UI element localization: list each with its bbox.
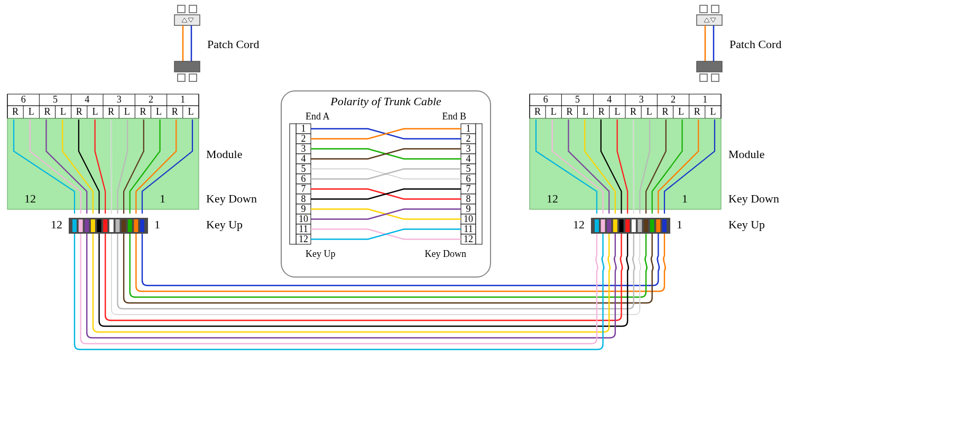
svg-text:R: R xyxy=(140,106,146,117)
patch-cord: Patch Cord xyxy=(174,5,259,81)
svg-rect-107 xyxy=(625,219,630,232)
svg-text:1: 1 xyxy=(301,123,306,134)
svg-text:End A: End A xyxy=(306,111,330,122)
svg-text:3: 3 xyxy=(466,143,471,154)
module-header: 6RL5RL4RL3RL2RL1RL xyxy=(7,94,199,118)
svg-text:4: 4 xyxy=(85,94,89,105)
svg-text:8: 8 xyxy=(301,193,306,204)
patch-cord-label: Patch Cord xyxy=(207,38,259,51)
module-body xyxy=(530,118,721,209)
key-up-label: Key Up xyxy=(728,218,765,231)
mtp-connector xyxy=(591,218,670,234)
svg-text:9: 9 xyxy=(301,204,306,214)
svg-text:L: L xyxy=(614,106,620,117)
svg-text:10: 10 xyxy=(299,214,308,224)
svg-text:1: 1 xyxy=(677,218,682,231)
svg-text:7: 7 xyxy=(301,183,306,194)
svg-rect-59 xyxy=(711,5,719,13)
svg-text:R: R xyxy=(598,106,605,117)
svg-text:12: 12 xyxy=(299,234,308,244)
svg-rect-111 xyxy=(650,219,654,232)
module-body xyxy=(7,118,199,209)
svg-rect-109 xyxy=(637,219,642,232)
svg-text:R: R xyxy=(694,106,700,117)
svg-rect-51 xyxy=(115,219,119,232)
svg-rect-54 xyxy=(134,219,138,232)
module-label: Module xyxy=(206,148,242,161)
svg-rect-105 xyxy=(613,219,617,232)
trunk-title: Polarity of Trunk Cable xyxy=(330,95,441,108)
svg-text:12: 12 xyxy=(547,192,558,205)
svg-text:2: 2 xyxy=(301,133,306,144)
svg-text:Key Down: Key Down xyxy=(425,248,467,259)
svg-text:5: 5 xyxy=(301,163,306,174)
mtp-connector xyxy=(69,218,148,234)
svg-rect-113 xyxy=(662,219,667,232)
svg-text:R: R xyxy=(12,106,19,117)
svg-text:6: 6 xyxy=(301,173,306,184)
svg-rect-104 xyxy=(607,219,611,232)
svg-text:L: L xyxy=(646,106,652,117)
svg-rect-47 xyxy=(91,219,95,232)
svg-rect-7 xyxy=(189,74,197,81)
svg-text:2: 2 xyxy=(149,94,153,105)
svg-rect-102 xyxy=(595,219,599,232)
svg-text:11: 11 xyxy=(299,224,308,234)
svg-text:2: 2 xyxy=(466,133,471,144)
key-up-label: Key Up xyxy=(206,218,243,231)
svg-text:5: 5 xyxy=(575,94,580,105)
svg-text:R: R xyxy=(108,106,114,117)
svg-text:L: L xyxy=(124,106,130,117)
module-header: 6RL5RL4RL3RL2RL1RL xyxy=(530,94,721,118)
module-label: Module xyxy=(728,148,764,161)
svg-text:12: 12 xyxy=(464,234,473,244)
svg-rect-2 xyxy=(174,15,200,25)
svg-text:6: 6 xyxy=(21,94,26,105)
svg-text:5: 5 xyxy=(466,163,471,174)
svg-text:1: 1 xyxy=(160,192,165,205)
svg-text:12: 12 xyxy=(573,218,585,231)
svg-text:3: 3 xyxy=(117,94,122,105)
svg-rect-103 xyxy=(601,219,605,232)
svg-rect-167 xyxy=(290,124,296,244)
svg-text:L: L xyxy=(583,106,588,117)
svg-text:R: R xyxy=(630,106,636,117)
svg-text:6: 6 xyxy=(543,94,548,105)
svg-text:R: R xyxy=(76,106,82,117)
svg-rect-50 xyxy=(109,219,114,232)
svg-rect-108 xyxy=(632,219,636,232)
svg-rect-6 xyxy=(178,74,185,81)
svg-text:R: R xyxy=(566,106,572,117)
svg-text:1: 1 xyxy=(682,192,688,205)
svg-text:5: 5 xyxy=(53,94,58,105)
svg-text:R: R xyxy=(534,106,541,117)
svg-text:1: 1 xyxy=(702,94,707,105)
svg-text:12: 12 xyxy=(51,218,62,231)
svg-rect-49 xyxy=(103,219,107,232)
svg-text:1: 1 xyxy=(466,123,471,134)
patch-cord-label: Patch Cord xyxy=(729,38,781,51)
svg-text:8: 8 xyxy=(466,193,471,204)
svg-text:12: 12 xyxy=(24,192,36,205)
svg-rect-58 xyxy=(700,5,707,13)
svg-rect-65 xyxy=(711,74,719,81)
svg-rect-60 xyxy=(697,15,722,25)
svg-text:1: 1 xyxy=(154,218,160,231)
svg-rect-110 xyxy=(644,219,648,232)
svg-text:R: R xyxy=(44,106,50,117)
svg-text:1: 1 xyxy=(180,94,185,105)
svg-rect-48 xyxy=(97,219,101,232)
key-down-label: Key Down xyxy=(206,192,257,205)
svg-rect-0 xyxy=(178,5,185,13)
svg-text:R: R xyxy=(662,106,668,117)
svg-text:L: L xyxy=(710,106,716,117)
diagram-root: Patch Cord6RL5RL4RL3RL2RL1RLModule121Key… xyxy=(0,0,980,424)
patch-cord: Patch Cord xyxy=(697,5,781,81)
svg-text:L: L xyxy=(29,106,34,117)
svg-rect-112 xyxy=(656,219,660,232)
svg-rect-64 xyxy=(700,74,707,81)
svg-text:End B: End B xyxy=(442,111,466,122)
svg-text:2: 2 xyxy=(671,94,676,105)
svg-rect-63 xyxy=(697,61,722,72)
svg-rect-45 xyxy=(79,219,83,232)
